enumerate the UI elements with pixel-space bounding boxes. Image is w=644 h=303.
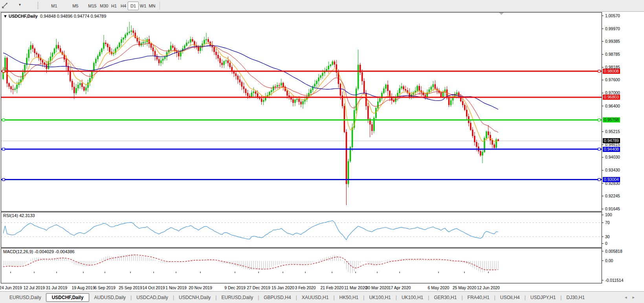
timeframe-button-M5[interactable]: M5 <box>69 2 82 10</box>
chart-tab-EURUSD-Daily[interactable]: EURUSD,Daily <box>217 294 258 301</box>
timeframe-button-D1[interactable]: D1 <box>128 2 139 10</box>
horizontal-line-0.93004[interactable] <box>1 179 602 180</box>
chart-tab-USDCHF-Daily[interactable]: USDCHF,Daily <box>46 293 90 302</box>
line-handle[interactable] <box>2 148 5 150</box>
chart-tab-UK100-H1[interactable]: UK100,H1 <box>364 294 395 301</box>
chart-tab-USDCAD-Daily[interactable]: USDCAD,Daily <box>132 294 173 301</box>
line-handle[interactable] <box>2 178 5 181</box>
timeframe-button-H4[interactable]: H4 <box>118 2 128 10</box>
chart-window: ▼ USDCHF,Daily 0.94848 0.94896 0.94774 0… <box>0 12 644 291</box>
tab-scroll-right-icon[interactable]: ▸ <box>632 295 640 299</box>
chart-tab-EURUSD-Daily[interactable]: EURUSD,Daily <box>5 294 46 301</box>
chart-tab-USOil-H4[interactable]: USOil,H4 <box>495 294 525 301</box>
chart-tab-DJ30-H1[interactable]: DJ30,H1 <box>561 294 589 301</box>
line-handle[interactable] <box>598 70 600 72</box>
ma-medium-line <box>3 44 498 132</box>
toolbar-grip[interactable] <box>37 2 39 9</box>
chart-scroll-marker[interactable] <box>499 13 504 15</box>
rsi-line <box>3 221 498 240</box>
chart-tab-XAUUSD-H1[interactable]: XAUUSD,H1 <box>297 294 334 301</box>
chart-tab-UK100-H1[interactable]: UK100,H1 <box>397 294 428 301</box>
chart-tab-USDCNH-Daily[interactable]: USDCNH,Daily <box>174 294 215 301</box>
chart-tab-GBPUSD-H4[interactable]: GBPUSD,H4 <box>259 294 295 301</box>
line-handle[interactable] <box>598 178 600 181</box>
horizontal-line-0.96803[interactable] <box>1 97 602 98</box>
horizontal-line-0.98008[interactable] <box>1 71 602 72</box>
ma-slow-line <box>3 46 498 110</box>
tool-dropdown-caret-icon[interactable]: ▾ <box>19 2 21 7</box>
timeframe-toolbar: ▾ M1M5M15M30H1H4D1W1MN <box>0 0 644 12</box>
chart-tab-USDJPY-H1[interactable]: USDJPY,H1 <box>526 294 560 301</box>
tab-scroll-left-icon[interactable]: ◂ <box>625 295 633 299</box>
line-handle[interactable] <box>598 119 600 121</box>
line-handle[interactable] <box>598 148 600 150</box>
toolbar-separator <box>160 2 160 10</box>
chart-tab-GER30-H1[interactable]: GER30,H1 <box>429 294 461 301</box>
chart-tab-FRA40-H1[interactable]: FRA40,H1 <box>463 294 494 301</box>
timeframe-button-M1[interactable]: M1 <box>48 2 61 10</box>
chart-tab-HK50-H1[interactable]: HK50,H1 <box>335 294 363 301</box>
chart-tab-AUDUSD-Daily[interactable]: AUDUSD,Daily <box>89 294 130 301</box>
chart-shift-tool-icon[interactable] <box>1 2 12 9</box>
horizontal-line-0.94408[interactable] <box>1 149 602 150</box>
timeframe-button-M15[interactable]: M15 <box>86 2 99 10</box>
horizontal-line-0.95758[interactable] <box>1 119 602 120</box>
macd-signal-line <box>3 255 498 270</box>
timeframe-button-H1[interactable]: H1 <box>109 2 119 10</box>
chart-tab-bar: EURUSD,DailyUSDCHF,DailyAUDUSD,Daily|USD… <box>0 291 644 303</box>
line-handle[interactable] <box>2 119 5 121</box>
timeframe-button-MN[interactable]: MN <box>146 2 158 10</box>
price-chart-canvas <box>0 12 644 291</box>
ma-fast-line <box>3 36 498 141</box>
line-handle[interactable] <box>2 70 5 72</box>
